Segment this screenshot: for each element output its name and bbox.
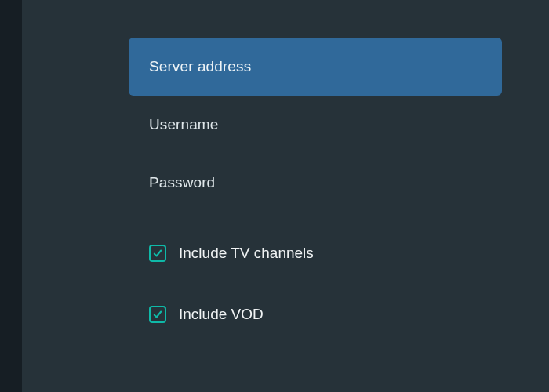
row-password[interactable]: Password: [129, 154, 502, 212]
app-root: Server address Username Password Include…: [0, 0, 549, 392]
settings-list: Server address Username Password Include…: [129, 38, 502, 342]
option-include-vod[interactable]: Include VOD: [129, 287, 502, 342]
settings-panel: Server address Username Password Include…: [94, 0, 549, 392]
row-label: Password: [149, 174, 215, 191]
row-label: Username: [149, 116, 218, 133]
option-label: Include TV channels: [179, 245, 314, 262]
checkbox-icon: [149, 245, 166, 262]
row-label: Server address: [149, 58, 251, 75]
gutter-mid: [22, 0, 94, 392]
gutter-dark: [0, 0, 22, 392]
checkbox-icon: [149, 306, 166, 323]
option-label: Include VOD: [179, 306, 264, 323]
row-username[interactable]: Username: [129, 96, 502, 154]
option-include-tv-channels[interactable]: Include TV channels: [129, 226, 502, 281]
row-server-address[interactable]: Server address: [129, 38, 502, 96]
